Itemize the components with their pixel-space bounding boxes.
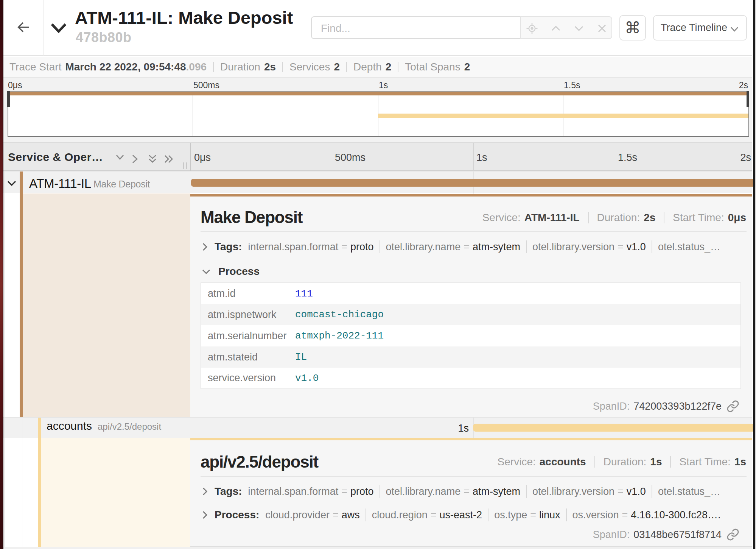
back-button[interactable] — [14, 17, 36, 37]
trace-collapse-toggle[interactable] — [50, 22, 67, 34]
trace-page-header: ATM-111-IL: Make Deposit 478b80b Find... — [3, 0, 752, 56]
span-row-accounts[interactable]: accounts api/v2.5/deposit 1s — [3, 417, 752, 438]
tag-value: atm-sytem — [473, 241, 520, 253]
span-service-name[interactable]: ATM-111-IL — [29, 176, 91, 191]
kv-key: atm.stateid — [201, 346, 289, 368]
span-duration-label: 1s — [439, 423, 469, 434]
kv-key: service.version — [201, 368, 289, 389]
start-time-label: Start Time: — [673, 212, 724, 224]
link-icon[interactable] — [722, 400, 739, 413]
separator — [282, 62, 283, 72]
prev-result-icon[interactable] — [550, 22, 562, 34]
timeline-tick: 500ms — [335, 152, 366, 164]
table-row: atm.id 111 — [201, 283, 741, 304]
rows-bottom-strip — [3, 547, 752, 549]
span-detail-accounts: api/v2.5/deposit Service: accounts Durat… — [190, 438, 752, 547]
span-bar-atm[interactable] — [191, 179, 755, 187]
span-detail-left-column — [3, 438, 190, 547]
equals: = — [464, 241, 470, 253]
duration-label: Duration: — [597, 212, 640, 224]
timeline-gridline — [473, 143, 474, 171]
column-divider[interactable] — [190, 143, 191, 171]
separator — [566, 508, 567, 521]
expand-all-icon[interactable] — [163, 154, 174, 164]
separator — [526, 485, 527, 498]
process-label: Process — [218, 265, 260, 278]
separator — [346, 62, 347, 72]
process-accordian[interactable]: Process — [202, 265, 260, 278]
trace-view-select-value: Trace Timeline — [661, 22, 727, 34]
timeline-header-row: Service & Oper… 0μs 500ms 1s — [3, 142, 752, 171]
equals: = — [341, 486, 347, 498]
trace-minimap: 0μs 500ms 1s 1.5s 2s — [3, 78, 752, 142]
tag-value: linux — [539, 509, 560, 521]
clear-find-icon[interactable] — [596, 22, 608, 34]
equals: = — [618, 241, 624, 253]
process-accordian[interactable]: Process: cloud.provider = aws cloud.regi… — [202, 507, 747, 523]
collapse-one-icon[interactable] — [114, 154, 126, 161]
tags-accordian[interactable]: Tags: internal.span.format = proto otel.… — [202, 239, 747, 255]
expand-one-icon[interactable] — [131, 154, 139, 164]
timeline-gridline — [332, 418, 332, 438]
separator — [652, 485, 652, 498]
timeline-tick: 2s — [721, 152, 751, 164]
minimap-left-handle[interactable] — [7, 91, 10, 107]
span-detail-atm: Make Deposit Service: ATM-111-IL Duratio… — [190, 194, 752, 417]
separator — [652, 240, 652, 253]
tag-key: otel.status_… — [658, 241, 720, 253]
chevron-right-icon — [202, 487, 208, 496]
collapse-all-icon[interactable] — [147, 154, 158, 164]
services-label: Services — [289, 61, 330, 73]
link-icon[interactable] — [722, 528, 739, 541]
keyboard-shortcuts-button[interactable]: ⌘ — [619, 15, 646, 41]
trace-view-select[interactable]: Trace Timeline — [653, 15, 747, 41]
find-placeholder: Find... — [321, 22, 350, 34]
tag-value: proto — [350, 486, 374, 498]
equals: = — [464, 486, 470, 498]
span-service-name[interactable]: accounts — [47, 420, 92, 432]
jaeger-trace-page: ATM-111-IL: Make Deposit 478b80b Find... — [0, 0, 756, 549]
minimap-right-handle[interactable] — [747, 91, 749, 107]
depth-value: 2 — [386, 61, 392, 73]
chevron-right-icon — [202, 242, 208, 251]
tag-key: internal.span.format — [248, 486, 339, 498]
service-color-stripe — [20, 172, 23, 193]
tag-value: v1.0 — [627, 486, 646, 498]
span-row-atm[interactable]: ATM-111-IL Make Deposit — [3, 171, 752, 193]
start-time-value: 1s — [734, 456, 746, 468]
tag-key: otel.status_… — [658, 486, 720, 498]
duration-value: 2s — [264, 61, 276, 73]
column-resize-grip[interactable] — [183, 162, 187, 169]
tree-indent-guide — [22, 418, 22, 438]
trace-id-short: 478b80b — [76, 30, 132, 45]
tags-accordian[interactable]: Tags: internal.span.format = proto otel.… — [202, 483, 747, 499]
minimap-span-accounts — [378, 114, 748, 118]
separator — [380, 485, 380, 498]
span-id-value: 742003393b122f7e — [633, 401, 722, 412]
span-bar-accounts[interactable] — [473, 424, 755, 432]
separator — [670, 456, 671, 468]
service-label: Service: — [498, 456, 536, 468]
table-row: service.version v1.0 — [201, 368, 741, 389]
locate-icon[interactable] — [526, 22, 538, 34]
duration-value: 1s — [650, 456, 662, 468]
kv-value: 111 — [295, 288, 313, 299]
span-id-label: SpanID: — [593, 401, 630, 412]
minimap-tick: 500ms — [193, 80, 219, 90]
chevron-down-icon[interactable] — [7, 180, 17, 186]
table-row: atm.stateid IL — [201, 346, 741, 368]
span-detail-title: api/v2.5/deposit — [201, 452, 318, 471]
divider — [201, 231, 747, 232]
next-result-icon[interactable] — [573, 22, 585, 34]
span-id-value: 03148be6751f8714 — [633, 529, 722, 541]
start-time-label: Start Time: — [679, 456, 730, 468]
duration-value: 2s — [644, 212, 655, 224]
chevron-down-icon — [202, 268, 211, 274]
tags-label: Tags: — [215, 241, 242, 253]
minimap-tick: 0μs — [8, 80, 22, 90]
equals: = — [530, 509, 536, 521]
tag-value: us-east-2 — [440, 509, 482, 521]
service-value: ATM-111-IL — [524, 212, 580, 224]
find-input[interactable]: Find... — [311, 16, 521, 39]
tag-key: otel.library.name — [386, 241, 461, 253]
